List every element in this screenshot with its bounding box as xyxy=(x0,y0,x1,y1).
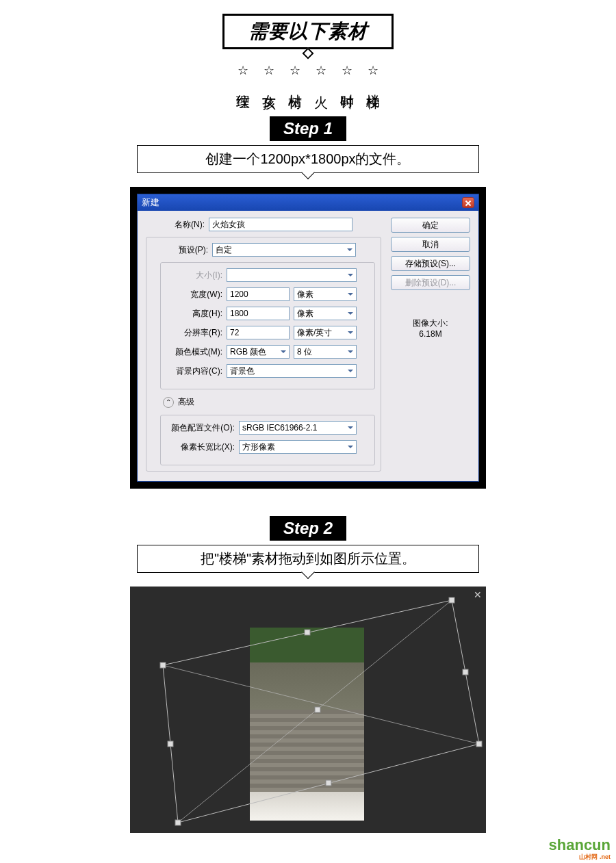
mode-label: 颜色模式(M): xyxy=(164,346,227,358)
stairs-photo[interactable] xyxy=(250,628,364,821)
aspect-select[interactable]: 方形像素 xyxy=(239,440,357,454)
decor-diamond xyxy=(303,48,314,60)
list-item: ☆纹理 xyxy=(235,64,251,89)
width-input[interactable] xyxy=(227,287,290,301)
preset-label: 预设(P): xyxy=(149,244,212,256)
dialog-screenshot: 新建 名称(N): 预设(P):自定 大小(I): 宽度(W):像素 高度(H)… xyxy=(130,187,486,489)
width-unit-select[interactable]: 像素 xyxy=(294,287,357,301)
star-icon: ☆ xyxy=(313,64,329,77)
star-icon: ☆ xyxy=(287,64,303,77)
svg-rect-6 xyxy=(175,820,181,825)
star-icon: ☆ xyxy=(339,64,355,77)
star-icon: ☆ xyxy=(365,64,381,77)
size-label: 大小(I): xyxy=(164,270,227,281)
dialog-titlebar[interactable]: 新建 xyxy=(138,194,478,211)
preset-select[interactable]: 自定 xyxy=(212,243,356,257)
height-label: 高度(H): xyxy=(164,308,227,320)
svg-rect-3 xyxy=(160,662,166,668)
color-mode-select[interactable]: RGB 颜色 xyxy=(227,345,290,359)
res-unit-select[interactable]: 像素/英寸 xyxy=(294,326,357,339)
image-size-info: 图像大小: 6.18M xyxy=(391,318,470,339)
material-label: 枯树 xyxy=(287,83,303,86)
aspect-label: 像素长宽比(X): xyxy=(164,441,239,453)
close-icon[interactable]: ✕ xyxy=(474,589,482,600)
name-input[interactable] xyxy=(209,218,352,231)
svg-rect-4 xyxy=(449,597,454,603)
list-item: ☆火 xyxy=(313,64,329,89)
height-input[interactable] xyxy=(227,307,290,320)
material-label: 女孩 xyxy=(261,83,277,86)
bg-select[interactable]: 背景色 xyxy=(227,364,357,378)
advanced-toggle[interactable]: ⌃高级 xyxy=(163,396,375,408)
list-item: ☆女孩 xyxy=(261,64,277,89)
materials-heading-box: 需要以下素材 xyxy=(222,14,394,49)
bit-depth-select[interactable]: 8 位 xyxy=(294,345,357,359)
dialog-title: 新建 xyxy=(142,196,159,209)
resolution-input[interactable] xyxy=(227,326,290,339)
svg-rect-10 xyxy=(168,741,173,747)
materials-list: ☆纹理 ☆女孩 ☆枯树 ☆火 ☆时钟 ☆楼梯 xyxy=(0,64,616,89)
width-label: 宽度(W): xyxy=(164,289,227,300)
close-icon[interactable] xyxy=(462,197,474,208)
profile-label: 颜色配置文件(O): xyxy=(164,422,239,434)
step1-badge: Step 1 xyxy=(270,116,346,141)
save-preset-button[interactable]: 存储预设(S)... xyxy=(391,256,470,271)
material-label: 楼梯 xyxy=(365,83,381,86)
material-label: 纹理 xyxy=(235,83,251,86)
stairs-texture xyxy=(250,710,364,792)
list-item: ☆枯树 xyxy=(287,64,303,89)
delete-preset-button: 删除预设(D)... xyxy=(391,275,470,290)
chevron-up-icon: ⌃ xyxy=(163,397,174,408)
list-item: ☆时钟 xyxy=(339,64,355,89)
materials-heading: 需要以下素材 xyxy=(248,21,368,42)
size-select xyxy=(227,268,357,282)
profile-select[interactable]: sRGB IEC61966-2.1 xyxy=(239,421,357,435)
cancel-button[interactable]: 取消 xyxy=(391,237,470,252)
material-label: 时钟 xyxy=(339,83,355,86)
list-item: ☆楼梯 xyxy=(365,64,381,89)
res-label: 分辨率(R): xyxy=(164,327,227,339)
star-icon: ☆ xyxy=(261,64,277,77)
star-icon: ☆ xyxy=(235,64,251,77)
svg-rect-5 xyxy=(476,741,482,747)
material-label: 火 xyxy=(313,85,329,86)
height-unit-select[interactable]: 像素 xyxy=(294,307,357,320)
bg-label: 背景内容(C): xyxy=(164,365,227,377)
watermark: shancun 山村网 .net xyxy=(549,836,611,860)
step2-canvas: ✕ xyxy=(130,587,486,833)
ok-button[interactable]: 确定 xyxy=(391,218,470,233)
svg-rect-8 xyxy=(463,669,468,675)
step2-badge: Step 2 xyxy=(270,516,346,541)
name-label: 名称(N): xyxy=(146,219,209,231)
